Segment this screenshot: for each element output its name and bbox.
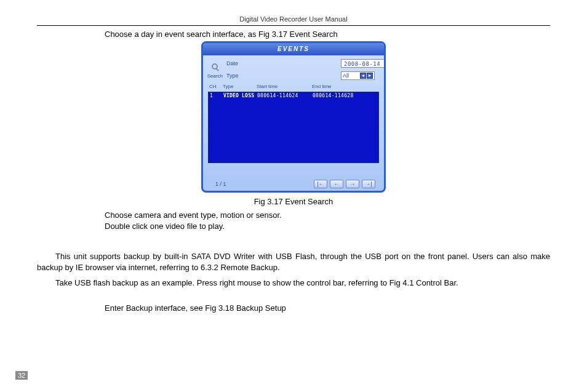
- type-select[interactable]: All ◄ ►: [341, 71, 375, 80]
- paragraph-1: This unit supports backup by built-in SA…: [37, 251, 550, 273]
- magnifier-icon: [208, 61, 222, 72]
- type-prev-icon[interactable]: ◄: [360, 73, 366, 79]
- date-field-wrap: 2008-08-14: [341, 59, 378, 68]
- type-field-wrap: All ◄ ►: [341, 71, 378, 80]
- type-value: All: [343, 72, 349, 79]
- figure-container: EVENTS Date 2008-08-14 25 Date Search Ty…: [37, 41, 550, 206]
- cell-ch: 1: [210, 93, 223, 98]
- dialog-filter-area: Date 2008-08-14 25 Date Search Type All: [203, 55, 384, 82]
- prev-page-button[interactable]: ←: [330, 180, 343, 188]
- table-header: CH Type Start time End time: [203, 82, 384, 90]
- next-page-button[interactable]: →: [346, 180, 359, 188]
- last-page-button[interactable]: →|: [362, 180, 375, 188]
- figure-caption: Fig 3.17 Event Search: [37, 197, 550, 206]
- pagination-bar: 1 / 1 |← ← → →|: [208, 180, 379, 188]
- instruction-line-1: Choose camera and event type, motion or …: [105, 210, 550, 221]
- col-type: Type: [223, 84, 257, 89]
- action-icons: 25 Date Search: [209, 61, 226, 79]
- date-input[interactable]: 2008-08-14: [341, 59, 386, 68]
- intro-text: Choose a day in event search interface, …: [105, 30, 550, 39]
- instruction-block: Choose camera and event type, motion or …: [105, 210, 550, 231]
- dialog-title: EVENTS: [203, 43, 384, 55]
- search-button[interactable]: Search: [207, 61, 223, 79]
- header-rule: [37, 25, 550, 26]
- type-next-icon[interactable]: ►: [367, 73, 373, 79]
- cell-type: VIDEO LOSS: [223, 93, 257, 98]
- table-row[interactable]: 1 VIDEO LOSS 080614-114624 080614-114628: [209, 92, 378, 99]
- instruction-line-3: Enter Backup interface, see Fig 3.18 Bac…: [105, 303, 550, 313]
- cell-start: 080614-114624: [257, 93, 313, 98]
- page-indicator: 1 / 1: [215, 181, 226, 187]
- first-page-button[interactable]: |←: [314, 180, 327, 188]
- page-number-badge: 32: [15, 371, 28, 380]
- date-label: Date: [226, 60, 341, 66]
- type-label: Type: [226, 73, 341, 79]
- events-dialog: EVENTS Date 2008-08-14 25 Date Search Ty…: [201, 41, 386, 193]
- instruction-line-2: Double click one video file to play.: [105, 221, 550, 232]
- cell-end: 080614-114628: [313, 93, 377, 98]
- search-icon-label: Search: [207, 73, 223, 79]
- col-ch: CH: [209, 84, 223, 89]
- results-list: 1 VIDEO LOSS 080614-114624 080614-114628: [208, 92, 379, 163]
- col-end: End time: [312, 84, 378, 89]
- nav-buttons: |← ← → →|: [314, 180, 375, 188]
- manual-header: Digital Video Recorder User Manual: [37, 15, 550, 23]
- col-start: Start time: [257, 84, 312, 89]
- paragraph-2: Take USB flash backup as an example. Pre…: [37, 278, 550, 289]
